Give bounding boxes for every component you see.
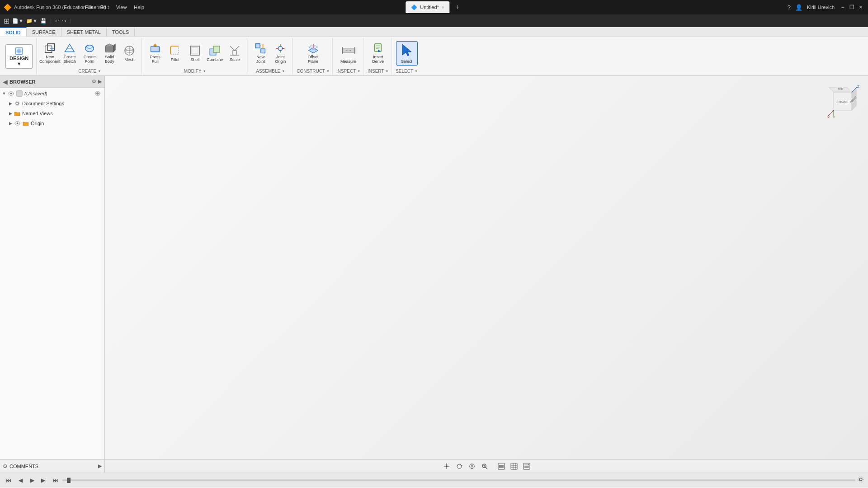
shell-btn[interactable]: Shell	[185, 41, 204, 66]
modify-group-label[interactable]: MODIFY ▼	[184, 69, 206, 74]
help-icon[interactable]: ?	[788, 4, 791, 11]
display-settings-btn[interactable]	[496, 461, 507, 471]
env-display-btn[interactable]	[521, 461, 532, 471]
create-form-btn[interactable]: CreateForm	[80, 41, 99, 66]
scale-btn[interactable]: Scale	[225, 41, 244, 66]
comments-panel: ⚙ COMMENTS ▶	[0, 460, 105, 473]
comments-expand-btn[interactable]: ▶	[98, 463, 102, 469]
new-component-icon	[43, 42, 56, 54]
grid-snap-icon	[443, 463, 450, 470]
undo-btn[interactable]: ↩	[55, 18, 59, 24]
timeline-prev-btn[interactable]: ◀	[15, 475, 25, 485]
timeline-settings-btn[interactable]	[857, 476, 864, 484]
timeline-marker[interactable]	[67, 478, 71, 483]
comments-settings-icon[interactable]: ⚙	[3, 463, 8, 469]
tab-sheet-metal[interactable]: SHEET METAL	[61, 27, 107, 37]
mesh-btn[interactable]: Mesh	[120, 41, 139, 66]
active-tab[interactable]: 🔷 Untitled* ×	[406, 1, 449, 13]
tree-item-doc-settings[interactable]: ▶ Document Settings	[0, 99, 104, 108]
combine-label: Combine	[207, 58, 223, 62]
save-btn[interactable]: 💾	[40, 18, 47, 24]
viewport[interactable]: FRONT RIGHT TOP X Y Z	[105, 76, 868, 459]
tree-arrow-origin[interactable]: ▶	[7, 121, 14, 126]
insert-group-label[interactable]: INSERT ▼	[368, 69, 388, 74]
fillet-btn[interactable]: Fillet	[165, 41, 184, 66]
create-buttons: NewComponent CreateSketch CreateForm	[40, 39, 139, 68]
svg-line-26	[235, 46, 239, 51]
design-selector-btn[interactable]: DESIGN ▼	[5, 44, 33, 69]
offset-plane-btn[interactable]: OffsetPlane	[302, 41, 324, 66]
browser-settings-btn[interactable]: ⚙	[92, 79, 96, 84]
press-pull-btn[interactable]: PressPull	[146, 41, 165, 66]
tree-item-named-views[interactable]: ▶ Named Views	[0, 108, 104, 118]
new-btn[interactable]: 📄▼	[12, 18, 24, 24]
browser-expand-btn[interactable]: ▶	[98, 79, 102, 84]
zoom-btn[interactable]	[479, 461, 490, 471]
tree-arrow-named-views[interactable]: ▶	[7, 111, 14, 116]
grid-snap-btn[interactable]	[441, 461, 452, 471]
new-tab-button[interactable]: +	[453, 2, 462, 12]
select-group-label[interactable]: SELECT ▼	[396, 69, 418, 74]
timeline-next-btn[interactable]: ▶|	[39, 475, 49, 485]
press-pull-icon	[149, 42, 161, 54]
design-selector[interactable]: DESIGN ▼	[2, 38, 37, 75]
redo-btn[interactable]: ↪	[62, 18, 66, 24]
close-button[interactable]: ×	[857, 4, 864, 11]
tab-close-btn[interactable]: ×	[442, 5, 444, 10]
restore-button[interactable]: ❐	[848, 4, 855, 11]
tree-arrow-doc-settings[interactable]: ▶	[7, 101, 14, 106]
tree-item-origin[interactable]: ▶ Origin	[0, 118, 104, 128]
viewcube[interactable]: FRONT RIGHT TOP X Y Z	[825, 83, 861, 119]
tree-item-root[interactable]: ▼ (Unsaved)	[0, 89, 104, 99]
create-sketch-btn[interactable]: CreateSketch	[60, 41, 79, 66]
grid-display-btn[interactable]	[509, 461, 519, 471]
construct-group-label[interactable]: CONSTRUCT ▼	[297, 69, 330, 74]
create-group-label[interactable]: CREATE ▼	[78, 69, 101, 74]
new-joint-btn[interactable]: NewJoint	[251, 41, 270, 66]
menu-help[interactable]: Help	[130, 5, 148, 10]
open-btn[interactable]: 📁▼	[26, 18, 38, 24]
combine-btn[interactable]: Combine	[205, 41, 224, 66]
menu-file[interactable]: File	[81, 5, 97, 10]
menu-bar: File Edit View Help	[81, 0, 148, 14]
joint-origin-btn[interactable]: JointOrigin	[271, 41, 290, 66]
measure-btn[interactable]: ←→ Measure	[338, 41, 359, 66]
press-pull-label: PressPull	[150, 55, 160, 64]
design-icon	[13, 47, 25, 56]
tab-solid[interactable]: SOLID	[0, 27, 27, 37]
combine-icon	[208, 44, 221, 57]
comments-title: COMMENTS	[9, 464, 96, 469]
tab-tools[interactable]: TOOLS	[107, 27, 135, 37]
bottom-bar: ⚙ COMMENTS ▶	[0, 459, 868, 473]
tree-eye-icon-origin[interactable]	[14, 120, 21, 127]
browser-collapse-btn[interactable]: ◀	[3, 78, 8, 85]
account-icon[interactable]: 👤	[795, 4, 802, 11]
minimize-button[interactable]: −	[839, 4, 846, 11]
solid-body-btn[interactable]: SolidBody	[100, 41, 119, 66]
menu-view[interactable]: View	[113, 5, 131, 10]
joint-origin-label: JointOrigin	[275, 55, 286, 64]
browser-panel: ◀ BROWSER ⚙ ▶ ▼ (Unsaved)	[0, 76, 105, 459]
toolbar-group-create: NewComponent CreateSketch CreateForm	[38, 38, 142, 75]
inspect-group-label[interactable]: INSPECT ▼	[336, 69, 360, 74]
app-menu-icon[interactable]: ⊞	[4, 17, 9, 25]
timeline-play-btn[interactable]: ▶	[27, 475, 37, 485]
create-sketch-label: CreateSketch	[63, 55, 76, 64]
menu-edit[interactable]: Edit	[97, 5, 113, 10]
assemble-group-label[interactable]: ASSEMBLE ▼	[256, 69, 285, 74]
timeline-track[interactable]	[62, 479, 855, 481]
tree-eye-icon-root[interactable]	[7, 90, 14, 97]
insert-derive-btn[interactable]: InsertDerive	[367, 41, 389, 66]
timeline-first-btn[interactable]: ⏮	[4, 475, 14, 485]
select-btn[interactable]: Select	[396, 41, 418, 66]
look-at-btn[interactable]	[467, 461, 477, 471]
ctrl-separator-1	[493, 463, 493, 470]
tree-add-icon-root[interactable]	[94, 90, 101, 97]
orbit-btn[interactable]	[454, 461, 465, 471]
tab-surface[interactable]: SURFACE	[27, 27, 61, 37]
timeline-last-btn[interactable]: ⏭	[51, 475, 61, 485]
tab-bar: 🔷 Untitled* × +	[406, 1, 462, 13]
tree-arrow-root[interactable]: ▼	[1, 91, 7, 96]
new-component-btn[interactable]: NewComponent	[40, 41, 59, 66]
tree-label-named-views: Named Views	[22, 111, 53, 116]
